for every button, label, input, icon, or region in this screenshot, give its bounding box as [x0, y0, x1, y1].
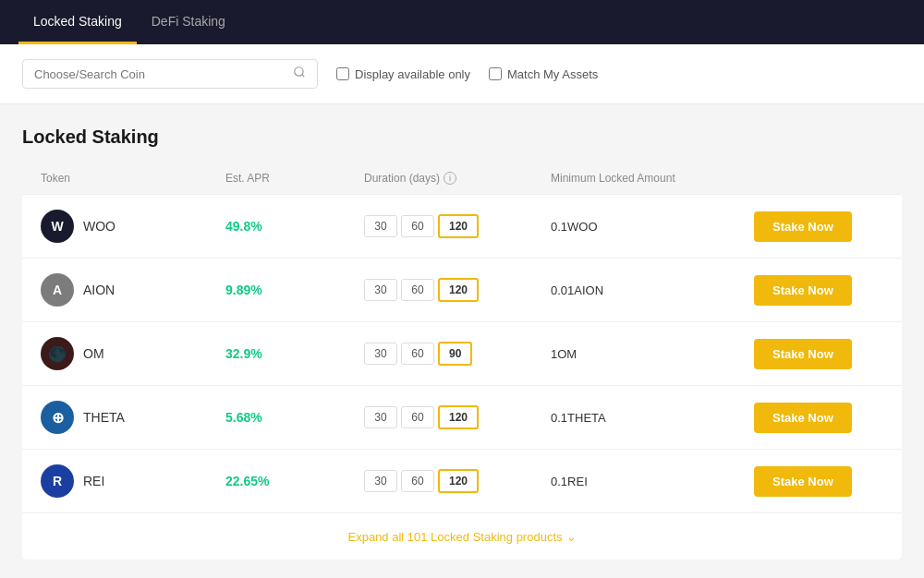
token-logo: ⊕ — [41, 401, 74, 434]
duration-cell: 306090 — [364, 342, 551, 366]
match-assets-label: Match My Assets — [507, 67, 598, 81]
stake-now-button[interactable]: Stake Now — [754, 466, 852, 497]
token-logo-icon: ⊕ — [52, 409, 64, 427]
col-token: Token — [41, 172, 225, 185]
token-logo-icon: 🌑 — [48, 345, 67, 363]
duration-btn-60[interactable]: 60 — [401, 279, 434, 301]
section-title: Locked Staking — [22, 126, 902, 148]
tab-defi-staking[interactable]: DeFi Staking — [137, 0, 240, 44]
match-assets-checkbox-label[interactable]: Match My Assets — [489, 67, 598, 81]
chevron-down-icon: ⌄ — [566, 530, 577, 544]
duration-btn-30[interactable]: 30 — [364, 470, 397, 492]
token-name: AION — [83, 283, 115, 297]
token-name: THETA — [83, 410, 125, 425]
expand-link[interactable]: Expand all 101 Locked Staking products ⌄ — [348, 530, 577, 544]
min-amount: 0.1WOO — [551, 220, 754, 234]
duration-cell: 3060120 — [364, 214, 551, 238]
header: Locked Staking DeFi Staking — [0, 0, 924, 44]
main-content: Locked Staking Token Est. APR Duration (… — [0, 104, 924, 578]
token-logo-icon: W — [51, 219, 63, 234]
min-amount: 0.1THETA — [551, 411, 754, 425]
stake-now-button[interactable]: Stake Now — [754, 211, 852, 242]
stake-btn-cell: Stake Now — [754, 403, 883, 433]
table-body: W WOO 49.8% 3060120 0.1WOO Stake Now A A… — [22, 195, 902, 512]
apr-value: 32.9% — [225, 346, 364, 361]
token-name: OM — [83, 346, 104, 361]
match-assets-checkbox[interactable] — [489, 67, 502, 80]
table-row: R REI 22.65% 3060120 0.1REI Stake Now — [22, 450, 902, 512]
search-input[interactable] — [34, 67, 286, 81]
token-logo-icon: R — [53, 474, 62, 488]
token-cell: R REI — [41, 464, 225, 498]
display-available-checkbox[interactable] — [336, 67, 349, 80]
stake-now-button[interactable]: Stake Now — [754, 275, 852, 306]
svg-line-1 — [302, 75, 305, 78]
search-input-wrap[interactable] — [22, 59, 318, 89]
table-row: A AION 9.89% 3060120 0.01AION Stake Now — [22, 259, 902, 322]
token-cell: ⊕ THETA — [41, 401, 225, 434]
duration-cell: 3060120 — [364, 278, 551, 302]
duration-btn-30[interactable]: 30 — [364, 406, 397, 428]
token-logo: W — [41, 210, 74, 243]
col-duration: Duration (days) i — [364, 172, 551, 185]
token-logo: A — [41, 273, 74, 307]
duration-cell: 3060120 — [364, 405, 551, 429]
col-min-amount: Minimum Locked Amount — [551, 172, 754, 185]
duration-btn-60[interactable]: 60 — [401, 406, 434, 428]
table-row: W WOO 49.8% 3060120 0.1WOO Stake Now — [22, 195, 902, 259]
display-available-label: Display available only — [355, 67, 470, 81]
apr-value: 9.89% — [225, 283, 364, 297]
apr-value: 5.68% — [225, 410, 364, 425]
duration-btn-120[interactable]: 120 — [438, 405, 479, 429]
duration-btn-30[interactable]: 30 — [364, 215, 397, 237]
duration-cell: 3060120 — [364, 469, 551, 493]
duration-btn-120[interactable]: 120 — [438, 214, 479, 238]
token-logo: R — [41, 464, 74, 498]
duration-btn-30[interactable]: 30 — [364, 343, 397, 365]
min-amount: 0.01AION — [551, 283, 754, 297]
display-available-checkbox-label[interactable]: Display available only — [336, 67, 470, 81]
table-row: ⊕ THETA 5.68% 3060120 0.1THETA Stake Now — [22, 386, 902, 450]
col-apr: Est. APR — [225, 172, 364, 185]
stake-btn-cell: Stake Now — [754, 275, 883, 306]
token-cell: W WOO — [41, 210, 225, 243]
duration-btn-60[interactable]: 60 — [401, 215, 434, 237]
stake-btn-cell: Stake Now — [754, 466, 883, 497]
table-header: Token Est. APR Duration (days) i Minimum… — [22, 163, 902, 195]
duration-btn-90[interactable]: 90 — [438, 342, 472, 366]
token-cell: 🌑 OM — [41, 337, 225, 370]
token-name: WOO — [83, 219, 116, 234]
svg-point-0 — [295, 67, 303, 76]
token-cell: A AION — [41, 273, 225, 307]
duration-btn-30[interactable]: 30 — [364, 279, 397, 301]
table-row: 🌑 OM 32.9% 306090 1OM Stake Now — [22, 322, 902, 386]
stake-btn-cell: Stake Now — [754, 339, 883, 369]
duration-btn-60[interactable]: 60 — [401, 470, 434, 492]
search-bar: Display available only Match My Assets — [0, 44, 924, 104]
token-name: REI — [83, 474, 104, 488]
token-logo: 🌑 — [41, 337, 74, 370]
col-action — [754, 172, 883, 185]
staking-table: Token Est. APR Duration (days) i Minimum… — [22, 163, 902, 560]
search-icon — [293, 66, 306, 82]
apr-value: 49.8% — [225, 219, 364, 234]
tab-locked-staking[interactable]: Locked Staking — [18, 0, 137, 44]
token-logo-icon: A — [53, 283, 62, 297]
duration-info-icon: i — [444, 172, 456, 185]
stake-btn-cell: Stake Now — [754, 211, 883, 242]
expand-row: Expand all 101 Locked Staking products ⌄ — [22, 512, 902, 560]
duration-btn-120[interactable]: 120 — [438, 469, 479, 493]
stake-now-button[interactable]: Stake Now — [754, 339, 852, 369]
stake-now-button[interactable]: Stake Now — [754, 403, 852, 433]
min-amount: 0.1REI — [551, 475, 754, 488]
duration-btn-60[interactable]: 60 — [401, 343, 434, 365]
duration-btn-120[interactable]: 120 — [438, 278, 479, 302]
apr-value: 22.65% — [225, 474, 364, 488]
min-amount: 1OM — [551, 347, 754, 361]
